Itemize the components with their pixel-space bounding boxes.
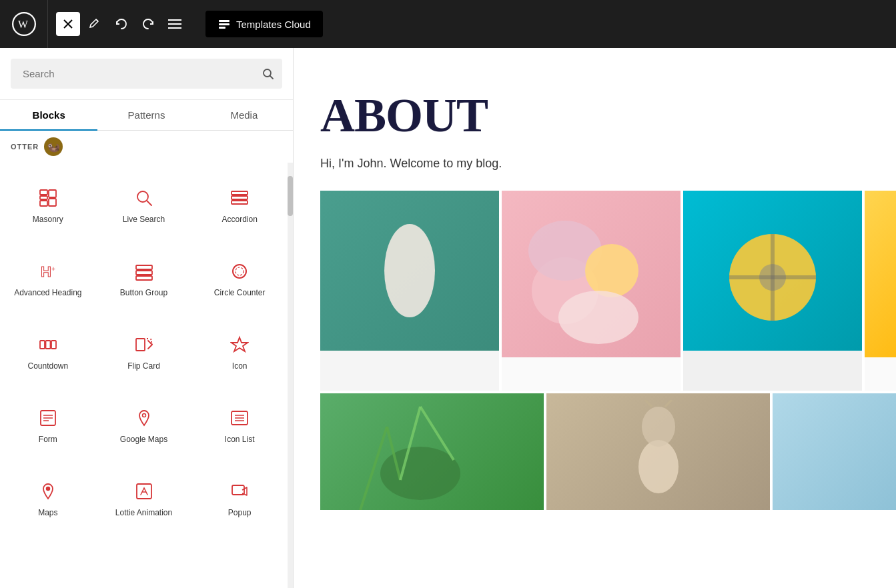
toolbar-actions <box>48 12 195 36</box>
blocks-row-5: Maps Lottie Animation Popup <box>0 461 288 535</box>
block-item-countdown[interactable]: Countdown <box>0 315 96 388</box>
photo-grid-bottom <box>320 393 869 510</box>
block-item-accordion[interactable]: Accordion <box>191 168 288 241</box>
svg-rect-25 <box>136 265 152 269</box>
accordion-label: Accordion <box>221 215 257 225</box>
svg-rect-30 <box>40 341 45 349</box>
photo-cell-3 <box>683 191 862 391</box>
svg-rect-45 <box>137 484 151 499</box>
svg-line-64 <box>645 400 652 407</box>
blocks-row-3: Countdown Flip Card Icon <box>0 315 288 388</box>
search-icon-button[interactable] <box>262 68 274 80</box>
svg-rect-22 <box>232 201 248 204</box>
circle-counter-icon <box>230 260 249 283</box>
svg-marker-34 <box>232 337 248 351</box>
menu-button[interactable] <box>163 12 187 36</box>
popup-icon <box>230 480 249 503</box>
redo-button[interactable] <box>136 12 160 36</box>
svg-line-65 <box>665 400 672 407</box>
blocks-row-2: H+ Advanced Heading Button Group <box>0 241 288 315</box>
form-icon <box>39 407 57 429</box>
main-layout: Blocks Patterns Media OTTER 🦦 Masonry <box>0 48 896 588</box>
block-item-icon-list[interactable]: Icon List <box>191 388 288 461</box>
svg-line-4 <box>96 19 98 21</box>
tab-blocks[interactable]: Blocks <box>0 100 97 130</box>
svg-rect-8 <box>219 20 230 22</box>
sidebar-scroll-container: Masonry Live Search Accordion <box>0 163 293 588</box>
svg-line-19 <box>147 201 151 205</box>
block-item-live-search[interactable]: Live Search <box>96 168 192 241</box>
pencil-button[interactable] <box>83 12 107 36</box>
tabs: Blocks Patterns Media <box>0 100 293 131</box>
svg-point-52 <box>558 291 638 344</box>
svg-rect-9 <box>219 23 230 25</box>
icon-list-icon <box>230 407 249 429</box>
otter-text: OTTER <box>11 143 39 151</box>
tab-media[interactable]: Media <box>195 100 293 130</box>
svg-rect-16 <box>40 201 47 206</box>
google-maps-label: Google Maps <box>120 435 167 445</box>
search-input[interactable] <box>11 59 282 89</box>
search-input-wrap <box>11 59 282 89</box>
templates-cloud-button[interactable]: Templates Cloud <box>205 11 323 37</box>
sidebar-scrollbar-thumb <box>288 176 293 216</box>
blocks-row-1: Masonry Live Search Accordion <box>0 168 288 241</box>
svg-point-29 <box>236 267 244 275</box>
flip-card-label: Flip Card <box>127 361 160 372</box>
svg-line-12 <box>270 75 274 79</box>
block-item-advanced-heading[interactable]: H+ Advanced Heading <box>0 241 96 315</box>
about-title: ABOUT <box>320 88 869 143</box>
photo-cell-b1 <box>320 393 544 510</box>
sidebar: Blocks Patterns Media OTTER 🦦 Masonry <box>0 48 294 588</box>
search-bar <box>0 48 293 100</box>
block-item-maps[interactable]: Maps <box>0 461 96 535</box>
block-item-popup[interactable]: Popup <box>191 461 288 535</box>
block-item-google-maps[interactable]: Google Maps <box>96 388 192 461</box>
svg-rect-15 <box>40 196 47 199</box>
svg-rect-33 <box>136 339 145 351</box>
svg-point-48 <box>384 224 435 317</box>
tab-patterns[interactable]: Patterns <box>97 100 195 130</box>
wp-logo[interactable]: W <box>0 0 48 48</box>
countdown-label: Countdown <box>27 361 68 372</box>
svg-point-28 <box>233 265 246 278</box>
block-item-button-group[interactable]: Button Group <box>96 241 192 315</box>
content-area: ABOUT Hi, I'm John. Welcome to my blog. <box>294 48 896 588</box>
toolbar: W Templates Cloud <box>0 0 896 48</box>
block-item-lottie-animation[interactable]: Lottie Animation <box>96 461 192 535</box>
close-button[interactable] <box>56 12 80 36</box>
svg-rect-10 <box>219 27 226 29</box>
block-item-masonry[interactable]: Masonry <box>0 168 96 241</box>
svg-point-62 <box>638 440 679 493</box>
photo-cell-1 <box>320 191 499 391</box>
form-label: Form <box>39 435 57 445</box>
lottie-animation-icon <box>135 480 153 503</box>
svg-rect-14 <box>49 190 56 197</box>
svg-rect-13 <box>40 190 47 195</box>
advanced-heading-icon: H+ <box>39 260 57 283</box>
masonry-label: Masonry <box>33 215 63 225</box>
live-search-icon <box>135 187 153 209</box>
svg-text:H: H <box>41 263 51 280</box>
svg-point-51 <box>585 244 638 297</box>
lottie-animation-label: Lottie Animation <box>115 508 172 519</box>
photo-cell-b3 <box>773 393 896 510</box>
svg-rect-17 <box>49 199 56 206</box>
button-group-label: Button Group <box>120 288 167 299</box>
block-item-flip-card[interactable]: Flip Card <box>96 315 192 388</box>
blocks-row-4: Form Google Maps Icon List <box>0 388 288 461</box>
svg-rect-31 <box>45 341 50 349</box>
block-item-form[interactable]: Form <box>0 388 96 461</box>
templates-cloud-label: Templates Cloud <box>236 19 311 30</box>
maps-icon <box>39 480 57 503</box>
otter-avatar: 🦦 <box>44 137 63 156</box>
blocks-grid: Masonry Live Search Accordion <box>0 163 288 588</box>
svg-point-63 <box>642 407 675 447</box>
undo-button[interactable] <box>109 12 133 36</box>
sidebar-scrollbar[interactable] <box>288 163 293 588</box>
block-item-icon[interactable]: Icon <box>191 315 288 388</box>
block-item-circle-counter[interactable]: Circle Counter <box>191 241 288 315</box>
svg-rect-20 <box>232 191 248 195</box>
svg-rect-21 <box>232 196 248 199</box>
svg-text:W: W <box>18 19 28 30</box>
